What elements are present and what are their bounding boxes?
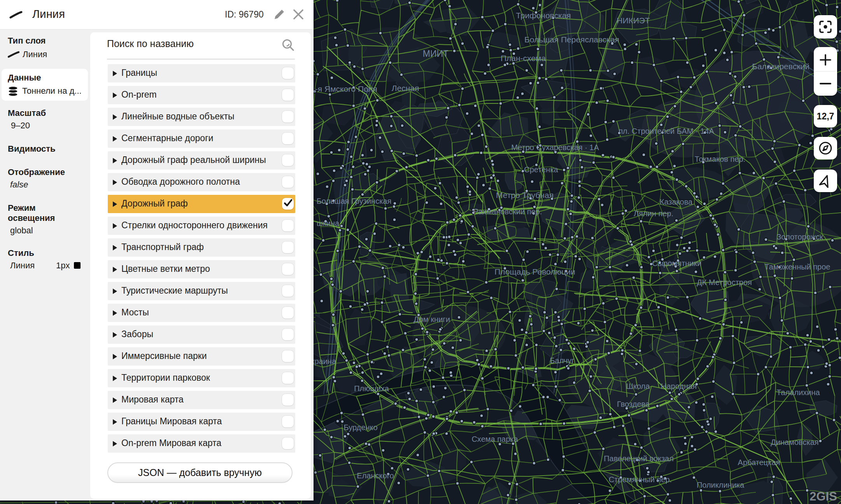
svg-text:Стремянный пер.: Стремянный пер. [609,475,672,484]
svg-text:Народная: Народная [661,382,697,390]
svg-text:Метро Трубная: Метро Трубная [496,191,554,200]
svg-text:Казакова: Казакова [660,198,693,206]
svg-text:Балакиревский: Балакиревский [752,62,809,71]
svg-text:Большая Переяславская: Большая Переяславская [524,35,619,44]
svg-text:Лялин пер.: Лялин пер. [634,209,673,218]
svg-text:Арбатецкая: Арбатецкая [738,458,780,467]
svg-text:Большая Грузинская: Большая Грузинская [317,197,392,205]
svg-text:Плющиха: Плющиха [354,384,389,393]
svg-text:2GIS: 2GIS [809,490,837,503]
svg-text:Рахмановский пер.: Рахмановский пер. [473,207,542,216]
svg-text:Трифоновская: Трифоновская [516,11,571,20]
svg-text:Динамовская: Динамовская [771,438,818,446]
svg-text:Схема парка: Схема парка [471,435,518,443]
svg-text:Сретенка: Сретенка [524,165,558,174]
svg-text:Школа: Школа [626,382,650,390]
svg-text:Талалихина: Талалихина [776,388,820,397]
svg-text:1-я Ямского Поля: 1-я Ямского Поля [310,84,377,93]
svg-text:Площадь Революции: Площадь Революции [494,267,575,276]
svg-text:ДК Метростроя: ДК Метростроя [697,278,752,287]
svg-text:План-схема: План-схема [501,54,546,63]
svg-text:Метро Сухаревская · 1А: Метро Сухаревская · 1А [511,143,599,152]
svg-text:Золоторожск: Золоторожск [776,233,823,241]
svg-text:МИИТ: МИИТ [423,49,449,59]
svg-text:Гвоздева: Гвоздева [617,400,650,408]
svg-text:Еланского: Еланского [357,471,394,480]
svg-text:Лесная: Лесная [392,84,419,93]
svg-text:Павелецкий вокзал: Павелецкий вокзал [604,454,674,463]
svg-text:Таможенный прое: Таможенный прое [765,262,830,271]
svg-text:Поликлиника: Поликлиника [697,481,745,489]
svg-text:пл. Строителей БАМ · 14А: пл. Строителей БАМ · 14А [618,127,714,135]
svg-text:Токмаков пер.: Токмаков пер. [695,155,745,163]
svg-text:НИКИЭТ: НИКИЭТ [617,16,650,25]
svg-text:Балчуг: Балчуг [550,356,574,365]
svg-text:шкина: шкина [317,219,340,228]
svg-text:Сыромятники: Сыромятники [652,259,702,268]
svg-text:Бурденко: Бурденко [343,423,377,432]
svg-text:Дом книги: Дом книги [413,315,450,324]
svg-text:краина: краина [311,357,336,366]
